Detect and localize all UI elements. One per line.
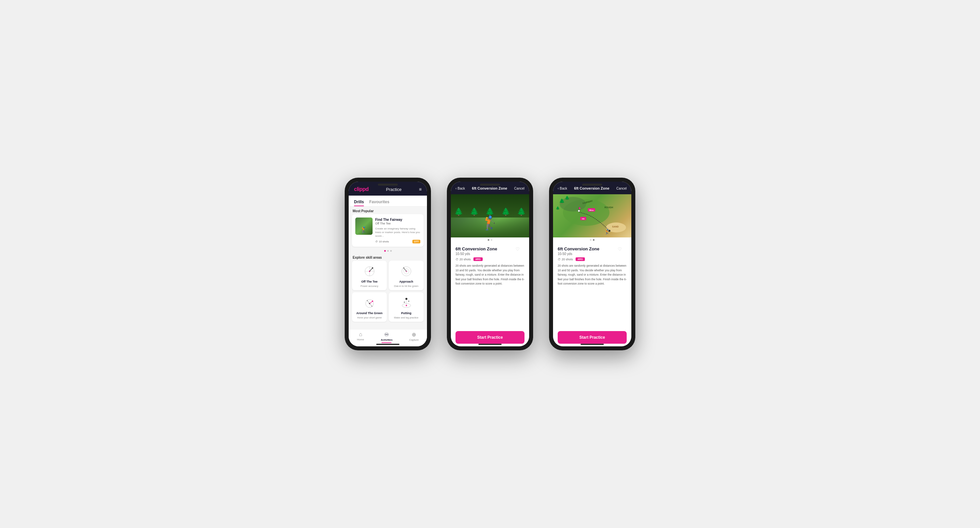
tree-icon-2: 🌲: [470, 207, 479, 216]
phone-1-screen: clippd Practice ≡ Drills Favourites Most…: [349, 182, 427, 346]
p2-drill-title: 6ft Conversion Zone: [455, 246, 525, 251]
svg-line-4: [369, 268, 372, 271]
phone-3-screen: ‹ Back 6ft Conversion Zone Cancel: [553, 182, 631, 346]
drill-desc: Create an imaginary fairway using trees …: [375, 227, 420, 238]
p2-drill-meta: ⏱ 20 shots ARG: [455, 257, 525, 261]
phone-3: ‹ Back 6ft Conversion Zone Cancel: [549, 178, 635, 350]
cancel-button[interactable]: Cancel: [514, 187, 525, 190]
dot-1: [384, 250, 386, 252]
p2-shots-count: ⏱ 20 shots: [455, 258, 471, 261]
svg-text:🌲: 🌲: [565, 195, 570, 200]
p2-detail-content: 6ft Conversion Zone ♡ 10-50 yds ⏱ 20 sho…: [451, 242, 529, 329]
skill-ott-desc: Power accuracy: [361, 285, 378, 287]
svg-point-15: [372, 300, 373, 302]
p3-drill-meta: ⏱ 20 shots ARG: [558, 257, 627, 261]
dot-3: [390, 250, 392, 252]
drill-info: Find The Fairway Off The Tee Create an i…: [375, 217, 420, 243]
most-popular-label: Most Popular: [349, 207, 427, 214]
drill-thumbnail: [355, 217, 372, 235]
svg-point-24: [404, 301, 405, 303]
svg-point-22: [406, 305, 407, 306]
phone-2: ‹ Back 6ft Conversion Zone Cancel 🌲 🌲 🌲 …: [447, 178, 533, 350]
drill-title: Find The Fairway: [375, 217, 420, 222]
favourite-icon[interactable]: ♡: [515, 246, 520, 252]
around-green-icon: [361, 295, 378, 310]
tab-drills[interactable]: Drills: [354, 198, 364, 206]
off-the-tee-icon: [361, 264, 378, 279]
svg-point-17: [367, 300, 368, 301]
trees-background: 🌲 🌲 🌲 🌲 🌲: [451, 194, 529, 217]
nav-underline: [382, 342, 391, 343]
p2-drill-tag: ARG: [473, 257, 483, 261]
skill-putting[interactable]: Putting Make and lag practice: [389, 292, 424, 322]
p1-content: Most Popular Find The Fairway Off The Te…: [349, 207, 427, 329]
skill-putting-desc: Make and lag practice: [394, 316, 418, 319]
svg-line-16: [367, 300, 369, 303]
p2-drill-desc: 20 shots are randomly generated at dista…: [455, 264, 525, 286]
svg-point-41: [578, 210, 580, 212]
p3-image-carousel-dots: [553, 238, 631, 242]
p3-favourite-icon[interactable]: ♡: [618, 246, 622, 252]
p1-header: clippd Practice ≡: [349, 182, 427, 196]
nav-home[interactable]: ⌂ Home: [357, 332, 364, 343]
svg-text:🏌️: 🏌️: [605, 229, 611, 235]
svg-line-18: [369, 303, 372, 306]
drill-tag: OTT: [412, 240, 420, 243]
start-practice-button[interactable]: Start Practice: [455, 331, 525, 344]
svg-point-25: [408, 300, 409, 302]
drill-subtitle: Off The Tee: [375, 222, 420, 226]
skill-ott-name: Off The Tee: [361, 280, 377, 283]
svg-point-19: [371, 306, 372, 307]
home-icon: ⌂: [359, 332, 362, 337]
tree-icon-1: 🌲: [454, 207, 463, 216]
p3-img-dot-1: [590, 239, 592, 241]
header-title: Practice: [386, 187, 401, 192]
p3-cancel-button[interactable]: Cancel: [616, 187, 627, 190]
p3-back-chevron-icon: ‹: [558, 187, 559, 190]
p3-img-dot-2: [593, 239, 595, 241]
drill-meta: ⏱ 10 shots OTT: [375, 240, 420, 243]
nav-home-label: Home: [357, 338, 364, 341]
p3-drill-detail-title-row: 6ft Conversion Zone ♡: [558, 246, 627, 251]
featured-drill-card[interactable]: Find The Fairway Off The Tee Create an i…: [352, 214, 424, 247]
tab-favourites[interactable]: Favourites: [369, 198, 390, 206]
nav-capture[interactable]: ⊕ Capture: [409, 332, 418, 343]
svg-point-23: [406, 298, 407, 300]
p3-clock-icon: ⏱: [558, 258, 561, 261]
back-button[interactable]: ‹ Back: [455, 187, 465, 190]
skill-off-the-tee[interactable]: Off The Tee Power accuracy: [352, 261, 387, 290]
carousel-dots: [349, 249, 427, 253]
nav-activities[interactable]: ♾ Activities: [381, 332, 393, 343]
image-carousel-dots: [451, 238, 529, 242]
putting-icon: [398, 295, 415, 310]
nav-activities-label: Activities: [381, 338, 393, 341]
img-dot-1: [488, 239, 489, 241]
dot-2: [387, 250, 389, 252]
capture-icon: ⊕: [412, 332, 416, 338]
clock-icon: ⏱: [375, 240, 378, 243]
tree-icon-4: 🌲: [501, 207, 510, 216]
svg-text:Miss: Miss: [589, 209, 594, 211]
p3-header-title: 6ft Conversion Zone: [574, 186, 609, 190]
skill-approach-name: Approach: [399, 280, 413, 283]
skill-around-green[interactable]: Around The Green Hone your short game: [352, 292, 387, 322]
tabs-row: Drills Favourites: [349, 196, 427, 207]
back-chevron-icon: ‹: [455, 187, 457, 190]
p3-drill-desc: 20 shots are randomly generated at dista…: [558, 264, 627, 286]
drill-image-golfer: [355, 217, 372, 235]
img-dot-2: [491, 239, 492, 241]
clock-icon-2: ⏱: [455, 258, 458, 261]
p3-drill-title: 6ft Conversion Zone: [558, 246, 627, 251]
svg-text:ROUGH: ROUGH: [605, 206, 613, 209]
p3-drill-range: 10-50 yds: [558, 252, 627, 256]
nav-capture-label: Capture: [409, 338, 418, 341]
p3-start-practice-button[interactable]: Start Practice: [558, 331, 627, 344]
skill-arg-desc: Hone your short game: [357, 316, 382, 319]
menu-icon[interactable]: ≡: [419, 187, 422, 192]
golfer-figure: 🏌️: [482, 215, 498, 231]
skill-approach[interactable]: Approach Dial-in to hit the green: [389, 261, 424, 290]
phones-container: clippd Practice ≡ Drills Favourites Most…: [345, 178, 635, 350]
p3-back-button[interactable]: ‹ Back: [558, 187, 567, 190]
svg-text:🌲: 🌲: [556, 206, 560, 210]
svg-text:🌲: 🌲: [559, 198, 565, 204]
